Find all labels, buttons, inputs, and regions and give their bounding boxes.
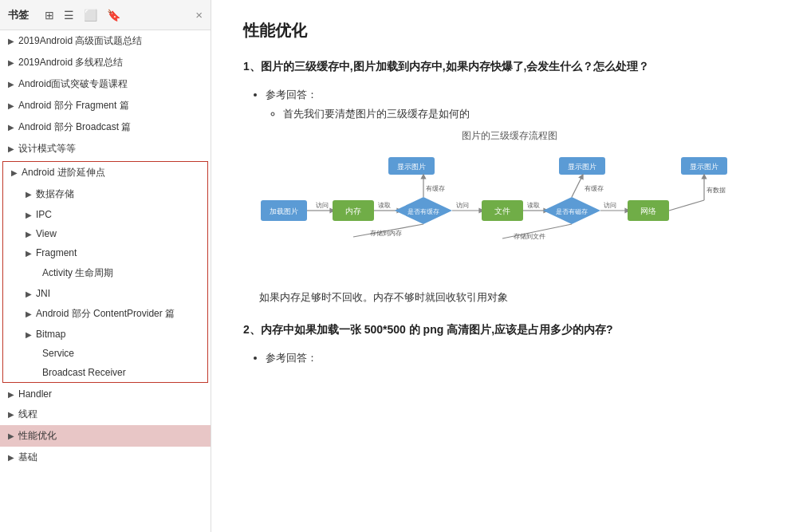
svg-text:是否有磁存: 是否有磁存	[556, 208, 588, 215]
sidebar-item-item-11[interactable]: ▶Fragment	[3, 243, 207, 262]
sidebar-item-label: Android 部分 Broadcast 篇	[18, 120, 131, 134]
sidebar-item-item-21[interactable]: ▶基础	[0, 447, 211, 468]
answer-1-header: 参考回答：	[266, 88, 775, 102]
sidebar-item-item-14[interactable]: ▶Android 部分 ContentProvider 篇	[3, 303, 207, 325]
svg-text:访问: 访问	[456, 202, 469, 209]
svg-text:显示图片: 显示图片	[568, 163, 596, 171]
sidebar-item-label: 线程	[18, 408, 37, 421]
question-1-text: 1、图片的三级缓存中,图片加载到内存中,如果内存快爆了,会发生什么？怎么处理？	[243, 57, 775, 77]
svg-text:网络: 网络	[640, 207, 656, 215]
arrow-icon: ▶	[8, 144, 14, 153]
answer-2-header: 参考回答：	[266, 351, 775, 365]
sidebar-item-label: Bitmap	[36, 329, 65, 340]
close-icon[interactable]: ×	[195, 8, 203, 22]
sidebar-item-label: Activity 生命周期	[42, 266, 113, 280]
arrow-icon: ▶	[8, 453, 14, 462]
sidebar-item-item-15[interactable]: ▶Bitmap	[3, 325, 207, 344]
svg-text:有缓存: 有缓存	[426, 185, 445, 192]
svg-text:存储到文件: 存储到文件	[514, 233, 545, 240]
svg-text:文件: 文件	[494, 207, 510, 215]
arrow-icon: ▶	[26, 290, 32, 298]
svg-text:有数据: 有数据	[707, 187, 726, 194]
arrow-icon: ▶	[26, 230, 32, 238]
sidebar-item-item-18[interactable]: ▶Handler	[0, 384, 211, 404]
arrow-icon: ▶	[8, 101, 14, 110]
sidebar-item-label: 2019Android 高级面试题总结	[18, 34, 142, 48]
sidebar-item-label: 2019Android 多线程总结	[18, 56, 123, 69]
sidebar-item-label: Handler	[18, 388, 52, 400]
diagram-container: 图片的三级缓存流程图 显示图片 显示图片 显示图片 加载图片 访问	[243, 129, 775, 278]
bookmark-icon[interactable]: 🔖	[107, 9, 120, 22]
arrow-icon: ▶	[26, 190, 32, 199]
svg-text:访问: 访问	[604, 202, 616, 209]
sidebar-item-label: Android 进阶延伸点	[22, 166, 105, 179]
arrow-icon: ▶	[11, 168, 18, 177]
sidebar-item-label: 基础	[18, 451, 37, 464]
sidebar-header: 书签 ⊞ ☰ ⬜ 🔖 ×	[0, 0, 211, 30]
sidebar-list: ▶2019Android 高级面试题总结▶2019Android 多线程总结▶A…	[0, 30, 211, 532]
main-content: 性能优化 1、图片的三级缓存中,图片加载到内存中,如果内存快爆了,会发生什么？怎…	[211, 0, 807, 532]
sidebar-item-item-9[interactable]: ▶IPC	[3, 205, 207, 224]
arrow-icon: ▶	[8, 390, 14, 399]
arrow-icon: ▶	[8, 432, 14, 440]
sidebar-item-item-2[interactable]: ▶2019Android 多线程总结	[0, 52, 211, 73]
sidebar-item-label: JNI	[36, 288, 50, 299]
sidebar-item-label: View	[36, 228, 57, 239]
sidebar-item-item-4[interactable]: ▶Android 部分 Fragment 篇	[0, 95, 211, 116]
page-title: 性能优化	[243, 20, 775, 41]
sidebar-item-label: Android 部分 Fragment 篇	[18, 99, 129, 112]
sidebar-group-border: ▶Android 进阶延伸点▶数据存储▶IPC▶View▶FragmentAct…	[2, 161, 208, 383]
page-icon[interactable]: ⬜	[84, 9, 97, 22]
list-icon[interactable]: ☰	[64, 9, 74, 22]
svg-text:有缓存: 有缓存	[585, 185, 604, 192]
sidebar-label: 书签	[8, 8, 29, 22]
sidebar-item-item-16[interactable]: Service	[3, 344, 207, 363]
sidebar-item-label: Android面试突破专题课程	[18, 77, 128, 91]
sidebar-item-label: Android 部分 ContentProvider 篇	[36, 307, 175, 321]
question-2: 2、内存中如果加载一张 500*500 的 png 高清图片,应该是占用多少的内…	[243, 321, 775, 365]
arrow-icon: ▶	[26, 211, 32, 219]
sidebar-item-label: 数据存储	[36, 187, 74, 201]
svg-text:存储到内存: 存储到内存	[370, 230, 402, 237]
sidebar-item-item-13[interactable]: ▶JNI	[3, 284, 207, 303]
sidebar-item-item-20[interactable]: ▶性能优化	[0, 425, 211, 447]
sidebar-item-item-17[interactable]: Broadcast Receiver	[3, 363, 207, 382]
svg-text:访问: 访问	[316, 202, 329, 209]
sidebar-item-item-3[interactable]: ▶Android面试突破专题课程	[0, 73, 211, 95]
arrow-icon: ▶	[8, 80, 14, 89]
sidebar-item-item-7[interactable]: ▶Android 进阶延伸点	[3, 162, 207, 183]
note-text: 如果内存足够时不回收。内存不够时就回收软引用对象	[259, 290, 775, 305]
sidebar-item-label: IPC	[36, 209, 52, 220]
arrow-icon: ▶	[26, 249, 32, 258]
sidebar-item-item-6[interactable]: ▶设计模式等等	[0, 138, 211, 160]
svg-text:显示图片: 显示图片	[690, 163, 718, 171]
sidebar-item-label: Broadcast Receiver	[42, 367, 126, 378]
diagram-title: 图片的三级缓存流程图	[462, 129, 557, 143]
grid-icon[interactable]: ⊞	[45, 9, 54, 22]
arrow-icon: ▶	[8, 123, 14, 132]
svg-text:读取: 读取	[527, 202, 540, 209]
diagram-svg: 显示图片 显示图片 显示图片 加载图片 访问 内存 读取	[246, 151, 773, 278]
arrow-icon: ▶	[8, 58, 14, 67]
sidebar-item-item-5[interactable]: ▶Android 部分 Broadcast 篇	[0, 116, 211, 138]
svg-text:是否有缓存: 是否有缓存	[407, 208, 439, 215]
svg-text:读取: 读取	[378, 202, 391, 209]
arrow-icon: ▶	[26, 330, 32, 339]
answer-1-sub: 首先我们要清楚图片的三级缓存是如何的	[283, 107, 775, 121]
svg-line-38	[669, 200, 704, 211]
arrow-icon: ▶	[26, 309, 32, 318]
sidebar-item-item-12[interactable]: Activity 生命周期	[3, 262, 207, 284]
sidebar-item-item-19[interactable]: ▶线程	[0, 404, 211, 425]
sidebar-item-item-1[interactable]: ▶2019Android 高级面试题总结	[0, 30, 211, 52]
svg-text:加载图片: 加载图片	[270, 207, 298, 215]
sidebar-item-item-10[interactable]: ▶View	[3, 224, 207, 243]
sidebar-item-item-8[interactable]: ▶数据存储	[3, 183, 207, 205]
svg-text:显示图片: 显示图片	[397, 163, 426, 171]
sidebar-item-label: 设计模式等等	[18, 142, 76, 156]
svg-line-28	[572, 176, 582, 197]
question-1: 1、图片的三级缓存中,图片加载到内存中,如果内存快爆了,会发生什么？怎么处理？ …	[243, 57, 775, 305]
arrow-icon: ▶	[8, 37, 14, 45]
svg-text:内存: 内存	[345, 207, 361, 215]
question-2-text: 2、内存中如果加载一张 500*500 的 png 高清图片,应该是占用多少的内…	[243, 321, 775, 340]
sidebar-item-label: Fragment	[36, 247, 77, 258]
